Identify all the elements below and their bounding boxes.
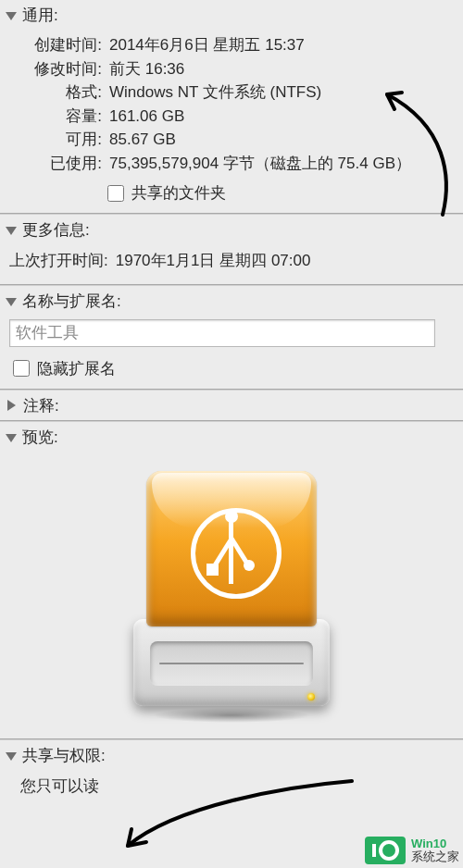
disclosure-down-icon [6,298,17,306]
permission-text: 您只可以读 [0,770,463,812]
value-format: Windows NT 文件系统 (NTFS) [107,81,454,105]
disclosure-down-icon [6,434,17,442]
label-format: 格式: [9,81,107,105]
label-created: 创建时间: [9,33,107,57]
section-header-name-ext[interactable]: 名称与扩展名: [0,286,463,316]
label-shared-folder: 共享的文件夹 [131,182,226,204]
section-title: 名称与扩展名: [22,291,121,312]
disclosure-down-icon [6,752,17,761]
section-sharing: 共享与权限: 您只可以读 [0,739,463,812]
value-used: 75,395,579,904 字节（磁盘上的 75.4 GB） [107,152,454,176]
section-name-ext: 名称与扩展名: 隐藏扩展名 [0,285,463,390]
value-modified: 前天 16:36 [107,57,454,81]
value-capacity: 161.06 GB [107,105,454,129]
checkbox-hide-extension[interactable] [13,360,30,377]
label-available: 可用: [9,128,107,152]
disclosure-down-icon [6,12,17,20]
label-hide-extension: 隐藏扩展名 [37,358,116,379]
disclosure-right-icon [7,400,16,411]
section-title: 通用: [22,5,58,26]
section-comments: 注释: [0,390,463,421]
disclosure-down-icon [6,227,17,235]
value-created: 2014年6月6日 星期五 15:37 [107,33,454,57]
checkbox-shared-folder[interactable] [107,185,124,202]
section-body-general: 创建时间: 2014年6月6日 星期五 15:37 修改时间: 前天 16:36… [0,30,463,213]
label-modified: 修改时间: [9,57,107,81]
value-available: 85.67 GB [107,128,454,152]
section-title: 更多信息: [22,219,90,241]
section-more-info: 更多信息: 上次打开时间: 1970年1月1日 星期四 07:00 [0,214,463,285]
section-body-name-ext: 隐藏扩展名 [0,316,463,389]
name-field[interactable] [9,319,435,347]
section-header-more-info[interactable]: 更多信息: [0,215,463,244]
label-last-opened: 上次打开时间: [9,248,114,275]
section-preview: 预览: [0,421,463,739]
section-title: 注释: [23,395,59,416]
section-general: 通用: 创建时间: 2014年6月6日 星期五 15:37 修改时间: 前天 1… [0,0,463,214]
preview-area [0,452,463,738]
section-title: 预览: [22,427,58,448]
value-last-opened: 1970年1月1日 星期四 07:00 [114,248,454,275]
section-header-preview[interactable]: 预览: [0,422,463,452]
section-header-sharing[interactable]: 共享与权限: [0,740,463,770]
section-title: 共享与权限: [22,745,106,766]
watermark-logo-icon [365,837,406,864]
section-body-more-info: 上次打开时间: 1970年1月1日 星期四 07:00 [0,244,463,284]
usb-drive-icon [133,471,330,719]
watermark-text: Win10系统之家 [411,837,459,864]
watermark: Win10系统之家 [365,837,459,864]
label-capacity: 容量: [9,105,107,129]
section-header-comments[interactable]: 注释: [0,391,463,420]
label-used: 已使用: [9,152,107,176]
section-header-general[interactable]: 通用: [0,0,463,30]
